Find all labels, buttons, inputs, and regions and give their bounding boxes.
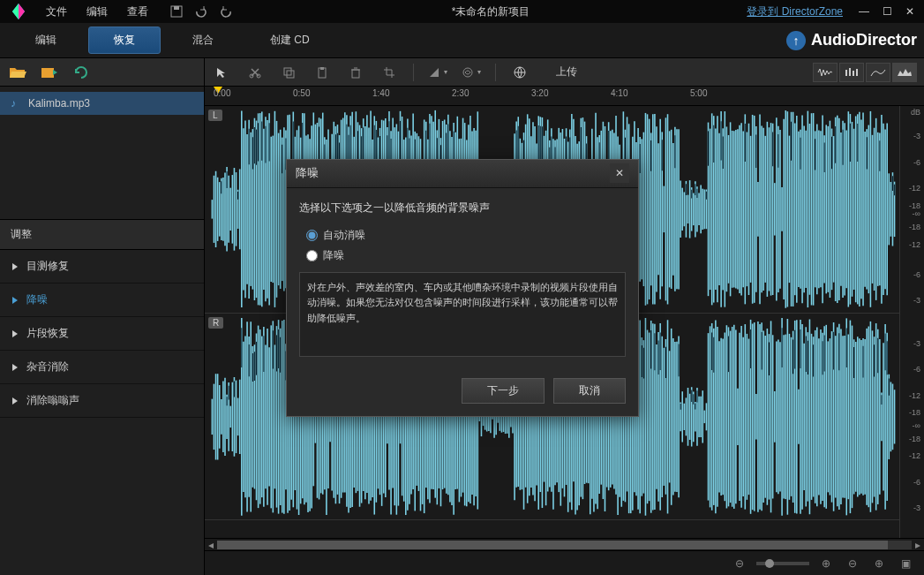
noise-reduction-dialog: 降噪 ✕ 选择以下选项之一以降低音频的背景噪声 自动消噪 降噪 对在户外、声效差… — [286, 159, 639, 417]
dialog-close-button[interactable]: ✕ — [610, 163, 629, 183]
modal-overlay: 降噪 ✕ 选择以下选项之一以降低音频的背景噪声 自动消噪 降噪 对在户外、声效差… — [0, 0, 924, 575]
dialog-prompt: 选择以下选项之一以降低音频的背景噪声 — [299, 200, 626, 216]
radio-input[interactable] — [306, 230, 318, 241]
radio-label: 降噪 — [323, 248, 344, 263]
next-button[interactable]: 下一步 — [462, 378, 545, 404]
radio-auto-denoise[interactable]: 自动消噪 — [299, 228, 626, 243]
radio-label: 自动消噪 — [323, 228, 365, 243]
radio-noise-reduction[interactable]: 降噪 — [299, 248, 626, 263]
dialog-title: 降噪 — [296, 165, 319, 181]
dialog-description: 对在户外、声效差的室内、车内或其他嘈杂环境中录制的视频片段使用自动消噪。如果您无… — [299, 272, 626, 357]
cancel-button[interactable]: 取消 — [553, 378, 626, 404]
radio-input[interactable] — [306, 250, 318, 261]
